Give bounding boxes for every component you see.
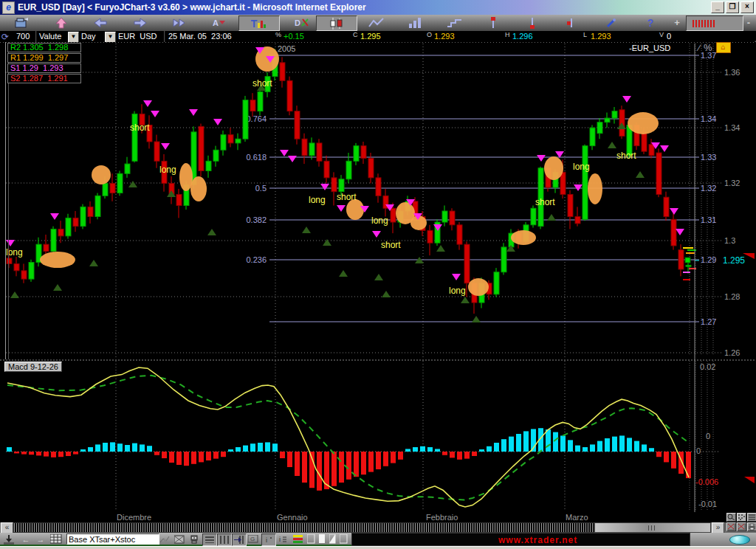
macd-bar-negative: [361, 452, 366, 474]
dots-grid-button[interactable]: [202, 534, 217, 546]
macd-bar-negative: [36, 452, 41, 455]
step-chart-icon[interactable]: [445, 15, 464, 30]
last-price-marker: [685, 258, 690, 263]
draw-tool-icon[interactable]: D: [292, 15, 312, 30]
signal-ellipse: [190, 176, 207, 201]
print-icon[interactable]: [747, 522, 756, 531]
main-chart-panel[interactable]: 1.361.341.321.31.281.261.370.7641.340.61…: [0, 42, 756, 359]
macd-bar-positive: [117, 443, 123, 452]
macd-bar-negative: [169, 452, 174, 463]
macd-bar-negative: [354, 452, 359, 477]
robot-icon[interactable]: [188, 534, 201, 545]
fib-price-label: 1.29: [701, 255, 716, 264]
quote-datetime: 25 Mar. 05 23:06: [168, 32, 232, 41]
marker-left-icon[interactable]: [563, 15, 580, 30]
fast-forward-icon[interactable]: [171, 15, 188, 30]
macd-bar-positive: [494, 443, 499, 452]
minimize-button[interactable]: _: [711, 1, 724, 13]
zoom-out-icon[interactable]: -: [743, 15, 754, 30]
forward-arrow-icon[interactable]: [131, 15, 149, 30]
volume-bars-button[interactable]: [686, 15, 743, 31]
market-dropdown-icon[interactable]: ▼: [68, 32, 79, 43]
upload-icon[interactable]: [52, 15, 70, 30]
pointer-chart-icon[interactable]: [158, 534, 171, 545]
close-panel-icon[interactable]: [726, 522, 736, 531]
fib-ratio-label: 0.764: [246, 114, 267, 123]
close-all-icon[interactable]: [737, 522, 746, 531]
signal-ellipse: [628, 112, 659, 134]
window-outline-icon[interactable]: [306, 534, 316, 545]
text-tool-button[interactable]: T: [238, 15, 280, 31]
back-arrow-icon[interactable]: [92, 15, 109, 30]
marker-down-icon[interactable]: [524, 15, 540, 30]
next-template-icon[interactable]: →: [34, 534, 47, 545]
window-filled-icon[interactable]: [317, 534, 326, 545]
title-bar[interactable]: e EUR_USD [Day] < FuryoJChart-3 v3.60 > …: [0, 0, 756, 15]
candlestick: [44, 244, 49, 251]
connection-globe-icon[interactable]: [729, 535, 750, 545]
chart-settings-icon[interactable]: G: [247, 534, 260, 545]
candlestick: [154, 142, 159, 161]
macd-bar-positive: [509, 437, 514, 452]
columns-button[interactable]: [217, 534, 232, 546]
watermark-link[interactable]: www.xtrader.net: [498, 535, 577, 545]
buy-triangle-icon: [608, 142, 616, 148]
info-lines-icon[interactable]: i: [276, 534, 289, 545]
template-name-input[interactable]: [66, 534, 159, 545]
macd-average-line: [7, 376, 689, 500]
line-scale-icon[interactable]: ∕: [698, 43, 700, 53]
candlestick: [376, 178, 381, 196]
macd-bar-positive: [568, 440, 573, 452]
buy-triangle-icon: [128, 181, 137, 187]
candlestick: [206, 161, 211, 170]
macd-bar-positive: [420, 446, 425, 452]
macd-title-badge[interactable]: Macd 9-12-26: [4, 362, 62, 372]
zoom-in-icon[interactable]: +: [671, 15, 683, 30]
pivot-row-r2: R2 1.305 1.298: [7, 43, 81, 52]
macd-bar-positive: [627, 438, 632, 452]
candlestick: [649, 145, 654, 156]
window-split-icon[interactable]: [328, 534, 337, 545]
period-dropdown-icon[interactable]: ▼: [105, 32, 116, 43]
macd-panel[interactable]: 0.0200-0.006-0.01 Macd 9-12-26: [0, 359, 756, 512]
data-density-strip[interactable]: [13, 522, 594, 533]
candlestick-view-button[interactable]: [316, 15, 357, 31]
home-scale-icon[interactable]: ⌂: [716, 42, 731, 53]
open-chart-icon[interactable]: [12, 15, 32, 30]
refresh-icon[interactable]: ⟳: [1, 32, 9, 42]
percent-scale-icon[interactable]: %: [704, 42, 712, 53]
insert-rows-button[interactable]: [232, 534, 247, 546]
candlestick: [258, 92, 263, 111]
info-list-button[interactable]: i: [261, 534, 276, 546]
period-select[interactable]: Day: [81, 32, 96, 41]
grid-toggle-icon[interactable]: [737, 513, 746, 522]
marker-up-icon[interactable]: [485, 15, 501, 30]
help-icon[interactable]: ?: [642, 15, 659, 30]
price-axis-label: 1.32: [724, 179, 740, 187]
snapshot-icon[interactable]: [173, 534, 186, 545]
candlestick: [501, 247, 506, 272]
annotation-tool-icon[interactable]: A: [210, 15, 229, 30]
sell-triangle-icon: [337, 205, 346, 212]
histogram-icon[interactable]: [406, 15, 425, 30]
window-tall-icon[interactable]: [338, 534, 348, 545]
macd-bar-negative: [199, 452, 204, 462]
scrollbar-thumb[interactable]: [594, 522, 711, 533]
data-scrollbar[interactable]: « »: [0, 522, 756, 533]
candlestick: [597, 122, 602, 134]
line-chart-icon[interactable]: [367, 15, 386, 30]
prev-template-icon[interactable]: ←: [19, 534, 32, 545]
macd-chart-svg[interactable]: 0.0200-0.006-0.01: [0, 359, 756, 512]
color-levels-icon[interactable]: [291, 534, 304, 545]
sell-triangle-icon: [660, 145, 669, 152]
pen-tool-icon[interactable]: [603, 15, 619, 30]
restore-button[interactable]: ❐: [726, 1, 739, 13]
layout-grid-icon[interactable]: [49, 534, 63, 545]
main-chart-svg[interactable]: 1.361.341.321.31.281.261.370.7641.340.61…: [0, 42, 756, 359]
zoom-magnifier-icon[interactable]: [726, 513, 736, 522]
market-select[interactable]: Valute: [39, 32, 61, 41]
close-button[interactable]: ×: [740, 1, 754, 13]
menu-icon[interactable]: [747, 513, 756, 522]
save-template-icon[interactable]: [1, 534, 16, 545]
candlestick: [671, 219, 676, 246]
